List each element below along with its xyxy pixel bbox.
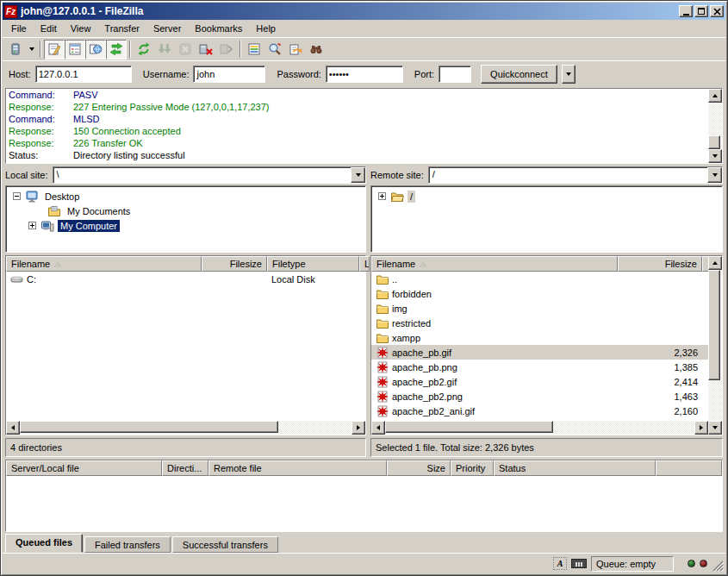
column-header-filesize[interactable]: Filesize xyxy=(618,256,702,272)
expand-icon[interactable] xyxy=(378,192,386,200)
cancel-button[interactable] xyxy=(175,40,196,59)
toggle-local-tree-button[interactable] xyxy=(65,40,85,59)
column-header-filename[interactable]: Filename xyxy=(371,256,618,272)
sort-ascending-icon xyxy=(420,261,426,267)
resize-grip[interactable] xyxy=(712,560,724,572)
local-tree[interactable]: Desktop My Documents xyxy=(5,185,366,253)
scrollbar-thumb[interactable] xyxy=(708,135,720,149)
tree-item-label: My Computer xyxy=(58,220,120,232)
scrollbar-thumb[interactable] xyxy=(708,270,720,380)
toggle-remote-tree-button[interactable] xyxy=(85,40,106,59)
speed-limit-indicator-icon xyxy=(571,559,587,568)
quickconnect-dropdown-button[interactable] xyxy=(562,65,576,84)
find-files-button[interactable] xyxy=(285,40,306,59)
queue-column-direction[interactable]: Directi... xyxy=(162,460,208,476)
close-button[interactable] xyxy=(710,5,724,17)
menu-item-bookmarks[interactable]: Bookmarks xyxy=(188,21,249,36)
menu-item-server[interactable]: Server xyxy=(146,21,188,36)
menu-item-edit[interactable]: Edit xyxy=(34,21,64,36)
refresh-button[interactable] xyxy=(134,40,154,59)
queue-column-priority[interactable]: Priority xyxy=(451,460,494,476)
local-list-hscrollbar[interactable] xyxy=(6,421,365,435)
file-row[interactable]: apache_pb.png 1,385 xyxy=(371,360,708,374)
file-row[interactable]: img xyxy=(371,301,708,316)
file-row-c-drive[interactable]: C: Local Disk xyxy=(6,272,365,286)
minimize-button[interactable] xyxy=(679,5,693,17)
file-row-selected[interactable]: apache_pb.gif 2,326 xyxy=(371,345,708,360)
file-row[interactable]: forbidden xyxy=(371,286,708,301)
maximize-button[interactable] xyxy=(694,5,708,17)
file-row[interactable]: .. xyxy=(371,272,708,286)
log-scrollbar[interactable] xyxy=(708,89,722,163)
scrollbar-thumb[interactable] xyxy=(385,421,553,433)
column-header-filesize[interactable]: Filesize xyxy=(202,256,267,272)
scroll-right-button[interactable] xyxy=(352,421,365,435)
file-row[interactable]: apache_pb2.png 1,463 xyxy=(371,389,708,404)
scroll-up-button[interactable] xyxy=(708,256,722,270)
file-row[interactable]: xampp xyxy=(371,330,708,345)
column-header-filename[interactable]: Filename xyxy=(6,256,202,272)
password-input[interactable] xyxy=(326,66,403,83)
queue-column-server-local-file[interactable]: Server/Local file xyxy=(6,460,162,476)
directory-comparison-button[interactable] xyxy=(244,40,264,59)
disconnect-button[interactable] xyxy=(196,40,216,59)
menu-item-help[interactable]: Help xyxy=(249,21,283,36)
file-row[interactable]: apache_pb2_ani.gif 2,160 xyxy=(371,404,708,418)
host-input[interactable] xyxy=(35,66,132,83)
queue-column-remote-file[interactable]: Remote file xyxy=(208,460,387,476)
collapse-icon[interactable] xyxy=(13,192,21,200)
local-file-rows[interactable]: C: Local Disk xyxy=(6,272,365,421)
queue-column-status[interactable]: Status xyxy=(494,460,656,476)
file-search-button[interactable] xyxy=(306,40,327,59)
folder-icon xyxy=(376,302,389,316)
file-row[interactable]: apache_pb2.gif 2,414 xyxy=(371,374,708,389)
remote-site-dropdown-button[interactable] xyxy=(707,167,722,183)
port-input[interactable] xyxy=(439,66,471,83)
menu-item-file[interactable]: File xyxy=(4,21,34,36)
scroll-left-button[interactable] xyxy=(371,421,385,435)
scroll-up-button[interactable] xyxy=(708,89,722,103)
column-header-filetype[interactable]: Filetype xyxy=(267,256,359,272)
remote-list-hscrollbar[interactable] xyxy=(371,421,708,435)
expand-icon[interactable] xyxy=(28,222,36,229)
scroll-right-button[interactable] xyxy=(694,421,708,435)
remote-site-value: / xyxy=(429,167,707,183)
tree-item-label: / xyxy=(408,191,415,203)
username-input[interactable] xyxy=(193,66,265,83)
site-manager-icon xyxy=(9,42,22,56)
scrollbar-thumb[interactable] xyxy=(20,421,278,433)
arrow-up-icon xyxy=(712,261,718,265)
menu-item-view[interactable]: View xyxy=(64,21,98,36)
toggle-transfer-queue-button[interactable] xyxy=(106,40,127,59)
synchronized-browsing-button[interactable] xyxy=(264,40,285,59)
tab-failed-transfers[interactable]: Failed transfers xyxy=(84,536,171,553)
process-queue-button[interactable] xyxy=(154,40,175,59)
file-row[interactable]: restricted xyxy=(371,316,708,330)
toggle-message-log-button[interactable] xyxy=(44,40,65,59)
site-manager-button[interactable] xyxy=(5,40,26,59)
tree-item-my-documents[interactable]: My Documents xyxy=(6,203,365,218)
column-header-last-modified[interactable]: L xyxy=(359,256,370,272)
scroll-left-button[interactable] xyxy=(6,421,20,435)
menu-item-transfer[interactable]: Transfer xyxy=(97,21,146,36)
site-manager-dropdown-button[interactable] xyxy=(26,40,37,59)
message-log-text[interactable]: Command:PASV Response:227 Entering Passi… xyxy=(6,89,708,163)
queue-rows[interactable] xyxy=(6,476,722,531)
tree-item-my-computer[interactable]: My Computer xyxy=(6,218,365,233)
reconnect-button[interactable] xyxy=(216,40,237,59)
tree-item-root[interactable]: / xyxy=(371,189,722,203)
tab-queued-files[interactable]: Queued files xyxy=(5,534,83,553)
remote-file-rows[interactable]: .. forbidden img restricted xyxy=(371,272,708,421)
scroll-down-button[interactable] xyxy=(708,421,722,435)
remote-site-select[interactable]: / xyxy=(428,166,723,184)
local-site-dropdown-button[interactable] xyxy=(351,167,365,183)
scroll-down-button[interactable] xyxy=(708,149,722,163)
remote-list-vscrollbar[interactable] xyxy=(708,256,722,435)
remote-tree[interactable]: / xyxy=(370,185,723,253)
my-computer-icon xyxy=(40,219,54,233)
tab-successful-transfers[interactable]: Successful transfers xyxy=(172,536,278,553)
local-site-select[interactable]: \ xyxy=(53,166,366,184)
quickconnect-button[interactable]: Quickconnect xyxy=(481,65,557,84)
queue-column-size[interactable]: Size xyxy=(387,460,451,476)
tree-item-desktop[interactable]: Desktop xyxy=(6,189,365,203)
